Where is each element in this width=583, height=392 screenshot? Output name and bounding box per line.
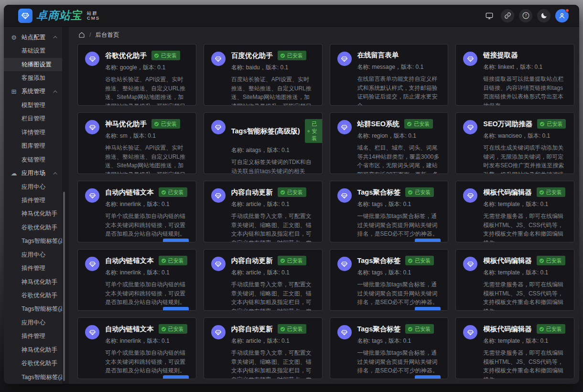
link-icon[interactable] <box>501 9 514 22</box>
plugin-description: 在线留言表单功能支持自定义样式和系统默认样式，支持邮箱验证码验证后提交，防止灌水… <box>357 75 441 106</box>
plugin-action-button[interactable]: 详情 <box>163 375 189 379</box>
sidebar-scroll-track <box>62 27 69 384</box>
plugin-meta: 名称: aitags，版本: 0.1 <box>231 146 315 154</box>
sidebar-item[interactable]: 插件管理 <box>4 194 62 207</box>
notification-dot <box>565 9 569 12</box>
installed-badge: 已安装 <box>537 119 566 129</box>
sidebar-item-label: 神马优化助手 <box>22 278 57 286</box>
installed-badge: 已安装 <box>305 119 323 143</box>
sidebar-item[interactable]: 栏目管理 <box>4 112 62 126</box>
sidebar-item[interactable]: 友链管理 <box>4 153 62 166</box>
plugin-description: 无需登录服务器，即可在线编辑模板HTML、JS、CSS代码等，支持模板文件重命名… <box>483 280 567 311</box>
plugin-title: 在线留言表单 <box>357 51 399 60</box>
plugin-title: 内容自动更新 <box>231 256 273 265</box>
main-content: / 后台首页 谷歌优化助手 已安装 名称: google，版本: 0.1 谷歌站… <box>69 27 579 384</box>
avatar[interactable] <box>555 9 569 22</box>
gem-icon <box>463 325 477 339</box>
sidebar-section[interactable]: ☁ 应用市场 <box>4 166 62 180</box>
sidebar-item[interactable]: Tags智能标签(高... <box>4 235 62 248</box>
sidebar-item-label: 应用中心 <box>22 183 45 191</box>
plugin-title: Tags聚合标签 <box>357 256 401 265</box>
plugin-card: Tags聚合标签 已安装 名称: tags，版本: 0.1 一键批量添加tags… <box>330 249 449 311</box>
plugin-meta: 名称: tags，版本: 0.1 <box>357 269 441 277</box>
sidebar-item[interactable]: Tags智能标签(高... <box>4 370 62 384</box>
home-icon[interactable] <box>78 32 85 38</box>
plugin-card: 链接提取器 已安装 名称: linkext，版本: 0.1 链接提取器可以批量提… <box>455 44 574 106</box>
plugin-description: 一键批量添加tags聚合标签，通过关键词聚合页提升网站关键词排名，是SEO必不可… <box>357 212 441 239</box>
plugin-description: 无需登录服务器，即可在线编辑模板HTML、JS、CSS代码等，支持模板文件重命名… <box>483 212 567 242</box>
installed-badge: 已安装 <box>405 187 434 197</box>
sidebar-item[interactable]: 基础设置 <box>4 44 62 57</box>
breadcrumb-current[interactable]: 后台首页 <box>95 31 119 39</box>
sidebar-section[interactable]: ⊞ 系统管理 <box>4 85 62 98</box>
sidebar-item[interactable]: 详情管理 <box>4 126 62 139</box>
sidebar-item[interactable]: 谷歌优化助手 <box>4 357 62 370</box>
installed-badge-label: 已安装 <box>312 120 320 142</box>
sidebar-item[interactable]: 插件管理 <box>4 261 62 275</box>
installed-badge-label: 已安装 <box>547 120 562 128</box>
gem-icon <box>211 257 226 271</box>
plugin-card: 自动内链锚文本 已安装 名称: innerlink，版本: 0.1 可单个或批量… <box>77 317 196 379</box>
sidebar-section[interactable]: ⚙ 站点配置 <box>4 31 62 44</box>
plugin-card: 自动内链锚文本 已安装 名称: innerlink，版本: 0.1 可单个或批量… <box>77 181 196 242</box>
gem-icon <box>85 188 99 203</box>
sidebar-item[interactable]: 应用中心 <box>4 316 62 329</box>
plugin-title: Tags聚合标签 <box>357 188 401 197</box>
sidebar-scrollbar[interactable] <box>63 192 65 381</box>
check-circle-icon <box>161 327 166 332</box>
sidebar: ⚙ 站点配置 基础设置 轮播图设置 客服添加 ⊞ 系统管理 模型管理 栏目管理 … <box>4 27 62 384</box>
installed-badge-label: 已安装 <box>287 257 303 264</box>
gear-icon: ⚙ <box>11 34 17 41</box>
sidebar-item-label: 谷歌优化助手 <box>22 359 57 368</box>
sidebar-item-label: 谷歌优化助手 <box>22 292 57 300</box>
installed-badge: 已安装 <box>537 256 565 265</box>
plugin-action-button[interactable]: 详情 <box>415 375 441 379</box>
sidebar-item[interactable]: 应用中心 <box>4 180 62 194</box>
plugin-meta: 名称: region，版本: 0.1 <box>357 132 441 140</box>
sidebar-item[interactable]: 谷歌优化助手 <box>4 221 62 234</box>
sidebar-item[interactable]: 图库管理 <box>4 140 62 153</box>
app-window: 卓商站宝 站群 CMS ? <box>4 5 579 384</box>
moon-icon[interactable] <box>537 9 551 22</box>
sidebar-item[interactable]: 轮播图设置 <box>4 58 62 71</box>
monitor-icon[interactable] <box>483 9 496 22</box>
installed-badge-label: 已安装 <box>287 189 303 196</box>
cloud-icon: ☁ <box>11 170 17 177</box>
sidebar-item[interactable]: 神马优化助手 <box>4 275 62 289</box>
gem-icon <box>463 188 477 203</box>
plugin-action-button[interactable]: 详情 <box>415 307 441 311</box>
sidebar-item[interactable]: 客服添加 <box>4 71 62 85</box>
plugin-meta: 名称: innerlink，版本: 0.1 <box>105 200 189 208</box>
installed-badge-label: 已安装 <box>546 326 562 333</box>
help-icon[interactable]: ? <box>519 9 532 22</box>
sidebar-item[interactable]: 模型管理 <box>4 98 62 112</box>
check-circle-icon <box>154 121 159 127</box>
check-circle-icon <box>280 53 285 58</box>
installed-badge: 已安装 <box>278 187 306 197</box>
sidebar-item[interactable]: Tags智能标签(高... <box>4 303 62 316</box>
plugin-meta: 名称: article，版本: 0.1 <box>231 269 315 277</box>
plugin-meta: 名称: baidu，版本: 0.1 <box>231 64 315 72</box>
check-circle-icon <box>407 121 412 127</box>
plugin-card: Tags聚合标签 已安装 名称: tags，版本: 0.1 一键批量添加tags… <box>330 181 449 242</box>
check-circle-icon <box>154 53 159 58</box>
sidebar-item[interactable]: 应用中心 <box>4 248 62 261</box>
plugin-action-button[interactable]: 详情 <box>163 307 189 311</box>
sidebar-item-label: 神马优化助手 <box>22 210 57 218</box>
sidebar-item-label: 友链管理 <box>22 156 45 164</box>
installed-badge: 已安装 <box>404 119 433 129</box>
plugin-card: 在线留言表单 已安装 名称: message，版本: 0.1 在线留言表单功能支… <box>330 44 449 106</box>
sidebar-item[interactable]: 神马优化助手 <box>4 207 62 221</box>
installed-badge-label: 已安装 <box>415 326 431 333</box>
plugin-action-button[interactable]: 详情 <box>415 239 441 242</box>
sidebar-nav: ⚙ 站点配置 基础设置 轮播图设置 客服添加 ⊞ 系统管理 模型管理 栏目管理 … <box>4 27 62 384</box>
installed-badge: 已安装 <box>405 324 434 334</box>
sidebar-item[interactable]: 神马优化助手 <box>4 343 62 357</box>
plugin-title: Tags聚合标签 <box>357 325 401 334</box>
plugin-title: 模板代码编辑器 <box>483 188 532 197</box>
sidebar-item[interactable]: 插件管理 <box>4 330 62 343</box>
plugin-action-button[interactable]: 详情 <box>163 239 189 242</box>
sidebar-item[interactable]: 谷歌优化助手 <box>4 289 62 302</box>
gem-icon <box>337 120 352 134</box>
sidebar-item-label: Tags智能标签(高... <box>22 373 62 381</box>
